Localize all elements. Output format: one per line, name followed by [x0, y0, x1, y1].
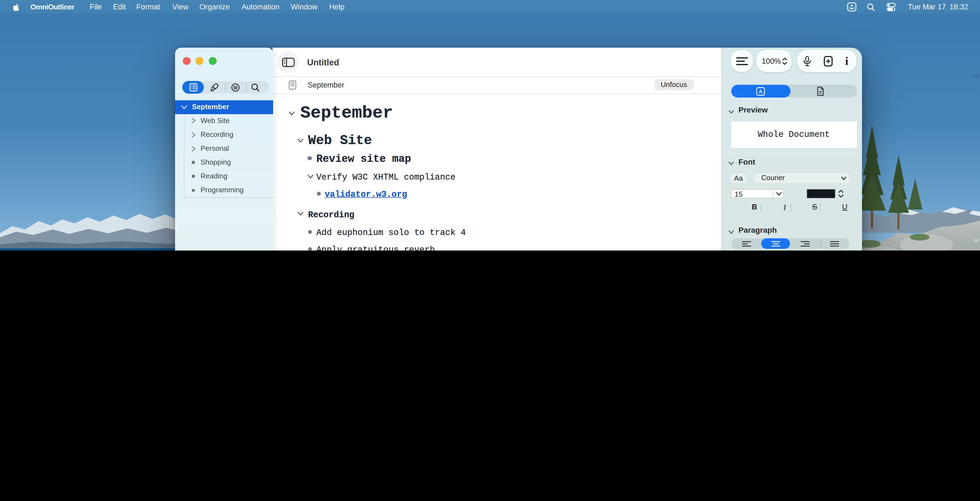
svg-text:A: A [759, 88, 762, 94]
